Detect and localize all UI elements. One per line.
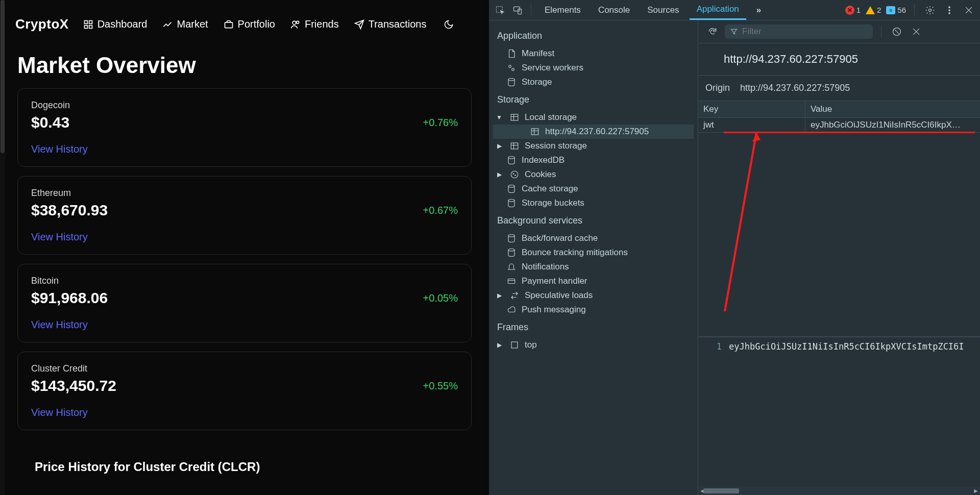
coin-name: Bitcoin [31, 276, 458, 286]
tree-item-local-storage[interactable]: ▼ Local storage [493, 110, 694, 125]
settings-icon[interactable] [923, 3, 937, 17]
tree-label: Speculative loads [525, 290, 593, 301]
tree-item-session-storage[interactable]: ▶ Session storage [493, 139, 694, 153]
tree-item-cache-storage[interactable]: Cache storage [493, 182, 694, 196]
tree-item-local-storage-origin[interactable]: http://94.237.60.227:57905 [493, 125, 694, 139]
more-tabs-button[interactable]: » [749, 1, 768, 19]
view-history-link[interactable]: View History [31, 319, 458, 331]
page-title: Market Overview [0, 42, 489, 88]
theme-toggle[interactable] [444, 19, 454, 30]
tree-label: IndexedDB [522, 155, 565, 165]
tree-item-payment-handler[interactable]: Payment handler [493, 274, 694, 288]
tree-label: Local storage [525, 112, 577, 122]
tree-item-speculative-loads[interactable]: ▶ Speculative loads [493, 288, 694, 303]
column-header-key[interactable]: Key [698, 101, 805, 118]
storage-table[interactable]: Key Value jwt eyJhbGciOiJSUzI1NiIsInR5cC… [698, 101, 980, 337]
close-devtools-icon[interactable] [962, 3, 976, 17]
tree-label: Cookies [525, 169, 556, 180]
warning-count[interactable]: 2 [866, 6, 881, 14]
tree-item-top-frame[interactable]: ▶ top [493, 338, 694, 352]
devtools-tabbar: Elements Console Sources Application » ✕… [489, 0, 980, 20]
tree-item-cookies[interactable]: ▶ Cookies [493, 167, 694, 182]
storage-value-cell[interactable]: eyJhbGciOiJSUzI1NiIsInR5cCI6IkpX… [805, 118, 980, 133]
warning-count-value: 2 [877, 6, 881, 14]
scroll-right-arrow-icon[interactable]: ► [972, 487, 980, 495]
filter-input[interactable] [742, 27, 868, 37]
view-history-link[interactable]: View History [31, 143, 458, 155]
storage-key-cell[interactable]: jwt [698, 118, 805, 133]
nav-item-transactions[interactable]: Transactions [354, 18, 427, 30]
tree-item-notifications[interactable]: Notifications [493, 260, 694, 274]
svg-point-27 [508, 249, 514, 252]
preview-line-number: 1 [698, 341, 729, 352]
clear-all-icon[interactable] [890, 24, 904, 39]
devtools-body: Application Manifest Service workers Sto… [489, 20, 980, 495]
nav-item-dashboard[interactable]: Dashboard [83, 18, 148, 30]
nav-item-market[interactable]: Market [162, 18, 208, 30]
swap-icon [509, 290, 520, 301]
tree-item-storage-overview[interactable]: Storage [493, 75, 694, 89]
brand-logo[interactable]: CryptoX [15, 16, 69, 32]
svg-point-16 [508, 79, 514, 81]
view-history-link[interactable]: View History [31, 407, 458, 418]
tree-item-storage-buckets[interactable]: Storage buckets [493, 196, 694, 210]
table-empty-area[interactable] [698, 133, 980, 337]
tree-label: Notifications [522, 262, 569, 272]
tab-sources[interactable]: Sources [640, 1, 686, 19]
tab-console[interactable]: Console [591, 1, 637, 19]
chart-icon [162, 19, 173, 30]
tree-item-bfcache[interactable]: Back/forward cache [493, 231, 694, 245]
tree-label: Storage [522, 77, 552, 87]
message-count[interactable]: ≡ 56 [886, 6, 906, 14]
nav-links: Dashboard Market Portfolio [83, 18, 454, 30]
inspect-element-icon[interactable] [493, 3, 507, 17]
nav-item-portfolio[interactable]: Portfolio [224, 18, 275, 30]
devtools-panel: Elements Console Sources Application » ✕… [489, 0, 980, 495]
coin-change: +0.67% [423, 205, 458, 216]
coin-change: +0.05% [423, 292, 458, 304]
device-toggle-icon[interactable] [510, 3, 525, 17]
app-scrollbar[interactable] [0, 0, 5, 495]
application-sidebar[interactable]: Application Manifest Service workers Sto… [489, 20, 698, 495]
coin-change: +0.76% [423, 117, 458, 129]
coin-price: $38,670.93 [31, 202, 108, 219]
app-scroll-region[interactable]: CryptoX Dashboard Market [0, 0, 489, 495]
card-icon [506, 276, 517, 286]
nav-label: Friends [305, 18, 339, 30]
tree-label: Cache storage [522, 184, 578, 194]
svg-point-23 [515, 175, 516, 176]
tree-item-manifest[interactable]: Manifest [493, 46, 694, 61]
horizontal-scrollbar[interactable]: ◄ ► [698, 487, 980, 495]
tab-elements[interactable]: Elements [537, 1, 588, 19]
svg-point-26 [508, 235, 514, 237]
refresh-icon[interactable] [705, 24, 720, 39]
database-icon [506, 77, 517, 87]
detail-toolbar [698, 20, 980, 43]
svg-point-11 [949, 6, 950, 7]
chevron-right-icon: ▶ [496, 341, 502, 349]
tab-application[interactable]: Application [690, 0, 746, 20]
tree-item-push-messaging[interactable]: Push messaging [493, 303, 694, 317]
error-count[interactable]: ✕ 1 [845, 6, 861, 15]
preview-content[interactable]: eyJhbGciOiJSUzI1NiIsInR5cCI6IkpXVCIsImtp… [729, 341, 980, 352]
filter-input-wrap[interactable] [725, 24, 873, 39]
scroll-thumb[interactable] [703, 488, 739, 493]
delete-selected-icon[interactable] [909, 24, 923, 39]
svg-point-10 [929, 9, 932, 11]
kebab-menu-icon[interactable] [942, 3, 957, 17]
detail-origin-title: http://94.237.60.227:57905 [698, 43, 980, 76]
svg-rect-18 [531, 129, 538, 135]
gears-icon [506, 63, 517, 73]
coin-price: $0.43 [31, 114, 69, 131]
column-header-value[interactable]: Value [805, 101, 980, 118]
send-icon [354, 19, 364, 30]
origin-row: Origin http://94.237.60.227:57905 [698, 76, 980, 101]
coin-card: Ethereum $38,670.93 +0.67% View History [17, 176, 472, 255]
nav-item-friends[interactable]: Friends [290, 18, 339, 30]
tree-item-indexeddb[interactable]: IndexedDB [493, 153, 694, 167]
tree-item-service-workers[interactable]: Service workers [493, 61, 694, 75]
app-scrollbar-thumb[interactable] [1, 0, 5, 153]
coin-name: Ethereum [31, 188, 458, 199]
view-history-link[interactable]: View History [31, 231, 458, 243]
tree-item-bounce-tracking[interactable]: Bounce tracking mitigations [493, 245, 694, 260]
